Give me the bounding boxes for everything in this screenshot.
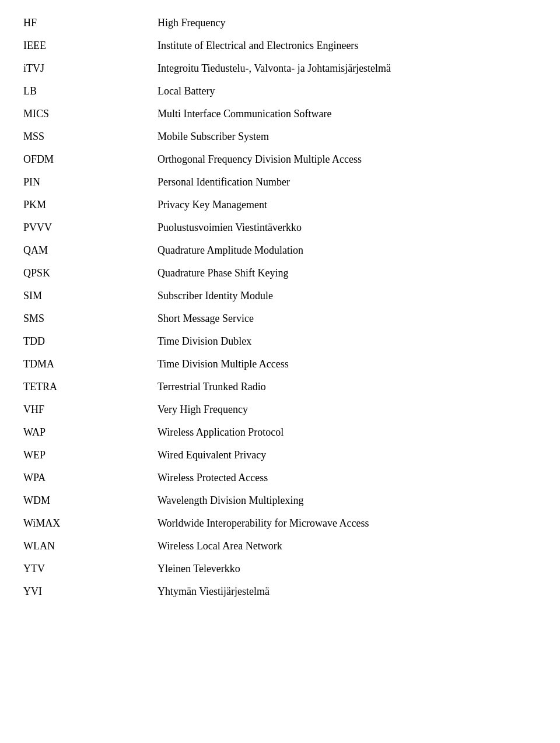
- acronym-abbreviation: QAM: [23, 239, 158, 262]
- acronym-definition: Yhtymän Viestijärjestelmä: [158, 580, 537, 603]
- acronym-abbreviation: TETRA: [23, 376, 158, 398]
- acronym-abbreviation: PKM: [23, 194, 158, 216]
- table-row: SIMSubscriber Identity Module: [23, 285, 537, 307]
- acronym-definition: Quadrature Phase Shift Keying: [158, 262, 537, 285]
- acronym-abbreviation: WEP: [23, 444, 158, 467]
- table-row: WPAWireless Protected Access: [23, 467, 537, 489]
- acronym-definition: Subscriber Identity Module: [158, 285, 537, 307]
- acronym-definition: Time Division Multiple Access: [158, 353, 537, 376]
- acronym-definition: Quadrature Amplitude Modulation: [158, 239, 537, 262]
- acronym-definition: Wireless Application Protocol: [158, 421, 537, 444]
- table-row: LBLocal Battery: [23, 80, 537, 103]
- acronym-abbreviation: IEEE: [23, 34, 158, 57]
- table-row: PINPersonal Identification Number: [23, 171, 537, 194]
- acronym-abbreviation: QPSK: [23, 262, 158, 285]
- acronym-definition: Wavelength Division Multiplexing: [158, 489, 537, 512]
- acronym-abbreviation: HF: [23, 12, 158, 34]
- table-row: WLANWireless Local Area Network: [23, 535, 537, 558]
- acronym-definition: Wired Equivalent Privacy: [158, 444, 537, 467]
- table-row: OFDMOrthogonal Frequency Division Multip…: [23, 148, 537, 171]
- acronym-definition: Terrestrial Trunked Radio: [158, 376, 537, 398]
- acronym-abbreviation: WiMAX: [23, 512, 158, 535]
- table-row: QPSKQuadrature Phase Shift Keying: [23, 262, 537, 285]
- table-row: WDMWavelength Division Multiplexing: [23, 489, 537, 512]
- table-row: SMSShort Message Service: [23, 307, 537, 330]
- table-row: IEEEInstitute of Electrical and Electron…: [23, 34, 537, 57]
- table-row: HFHigh Frequency: [23, 12, 537, 34]
- acronym-definition: Personal Identification Number: [158, 171, 537, 194]
- acronym-definition: Institute of Electrical and Electronics …: [158, 34, 537, 57]
- acronym-abbreviation: SMS: [23, 307, 158, 330]
- acronym-abbreviation: YTV: [23, 558, 158, 580]
- table-row: WiMAXWorldwide Interoperability for Micr…: [23, 512, 537, 535]
- acronym-abbreviation: TDMA: [23, 353, 158, 376]
- acronym-definition: Time Division Dublex: [158, 330, 537, 353]
- acronym-abbreviation: SIM: [23, 285, 158, 307]
- table-row: YVIYhtymän Viestijärjestelmä: [23, 580, 537, 603]
- acronym-definition: Wireless Protected Access: [158, 467, 537, 489]
- acronym-abbreviation: WAP: [23, 421, 158, 444]
- acronym-table: HFHigh FrequencyIEEEInstitute of Electri…: [23, 12, 537, 603]
- acronym-abbreviation: VHF: [23, 398, 158, 421]
- acronym-abbreviation: MSS: [23, 125, 158, 148]
- table-row: WAPWireless Application Protocol: [23, 421, 537, 444]
- table-row: iTVJIntegroitu Tiedustelu-, Valvonta- ja…: [23, 57, 537, 80]
- acronym-definition: Multi Interface Communication Software: [158, 103, 537, 125]
- acronym-abbreviation: iTVJ: [23, 57, 158, 80]
- acronym-abbreviation: YVI: [23, 580, 158, 603]
- acronym-abbreviation: PIN: [23, 171, 158, 194]
- table-row: WEPWired Equivalent Privacy: [23, 444, 537, 467]
- acronym-definition: High Frequency: [158, 12, 537, 34]
- table-row: MICSMulti Interface Communication Softwa…: [23, 103, 537, 125]
- acronym-definition: Orthogonal Frequency Division Multiple A…: [158, 148, 537, 171]
- acronym-definition: Integroitu Tiedustelu-, Valvonta- ja Joh…: [158, 57, 537, 80]
- acronym-abbreviation: PVVV: [23, 216, 158, 239]
- table-row: VHFVery High Frequency: [23, 398, 537, 421]
- acronym-abbreviation: WLAN: [23, 535, 158, 558]
- acronym-abbreviation: TDD: [23, 330, 158, 353]
- table-row: PVVVPuolustusvoimien Viestintäverkko: [23, 216, 537, 239]
- acronym-definition: Puolustusvoimien Viestintäverkko: [158, 216, 537, 239]
- table-row: YTVYleinen Televerkko: [23, 558, 537, 580]
- acronym-definition: Local Battery: [158, 80, 537, 103]
- table-row: TDDTime Division Dublex: [23, 330, 537, 353]
- acronym-definition: Mobile Subscriber System: [158, 125, 537, 148]
- acronym-definition: Very High Frequency: [158, 398, 537, 421]
- acronym-definition: Short Message Service: [158, 307, 537, 330]
- table-row: MSSMobile Subscriber System: [23, 125, 537, 148]
- table-row: QAMQuadrature Amplitude Modulation: [23, 239, 537, 262]
- table-row: TDMATime Division Multiple Access: [23, 353, 537, 376]
- acronym-definition: Wireless Local Area Network: [158, 535, 537, 558]
- acronym-abbreviation: WDM: [23, 489, 158, 512]
- acronym-definition: Privacy Key Management: [158, 194, 537, 216]
- acronym-abbreviation: LB: [23, 80, 158, 103]
- acronym-definition: Yleinen Televerkko: [158, 558, 537, 580]
- acronym-abbreviation: OFDM: [23, 148, 158, 171]
- acronym-definition: Worldwide Interoperability for Microwave…: [158, 512, 537, 535]
- acronym-abbreviation: MICS: [23, 103, 158, 125]
- table-row: TETRATerrestrial Trunked Radio: [23, 376, 537, 398]
- table-row: PKMPrivacy Key Management: [23, 194, 537, 216]
- acronym-abbreviation: WPA: [23, 467, 158, 489]
